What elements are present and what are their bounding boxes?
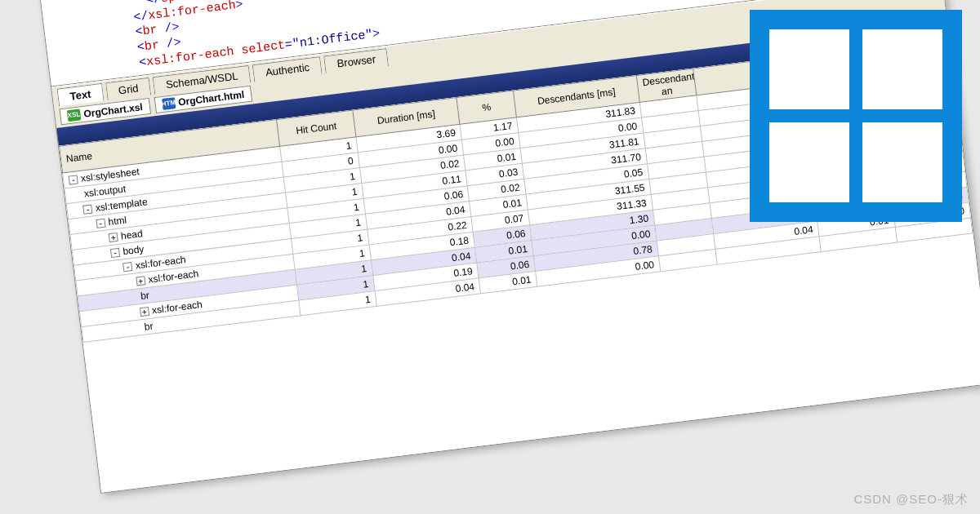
file-tab-label: OrgChart.html bbox=[177, 88, 244, 108]
collapse-icon[interactable]: - bbox=[82, 204, 92, 214]
collapse-icon[interactable]: - bbox=[69, 175, 78, 184]
expand-icon[interactable]: + bbox=[140, 307, 149, 317]
windows-logo-icon bbox=[750, 10, 962, 222]
file-tab-label: OrgChart.xsl bbox=[83, 101, 144, 120]
htm-file-icon: HTM bbox=[162, 97, 176, 110]
collapse-icon[interactable]: - bbox=[122, 262, 132, 272]
xsl-file-icon: XSL bbox=[67, 109, 82, 122]
collapse-icon[interactable]: - bbox=[110, 248, 120, 258]
expand-icon[interactable]: + bbox=[109, 233, 118, 242]
expand-icon[interactable]: + bbox=[136, 276, 145, 286]
watermark: CSDN @SEO-狠术 bbox=[853, 492, 969, 507]
collapse-icon[interactable]: - bbox=[96, 219, 105, 228]
